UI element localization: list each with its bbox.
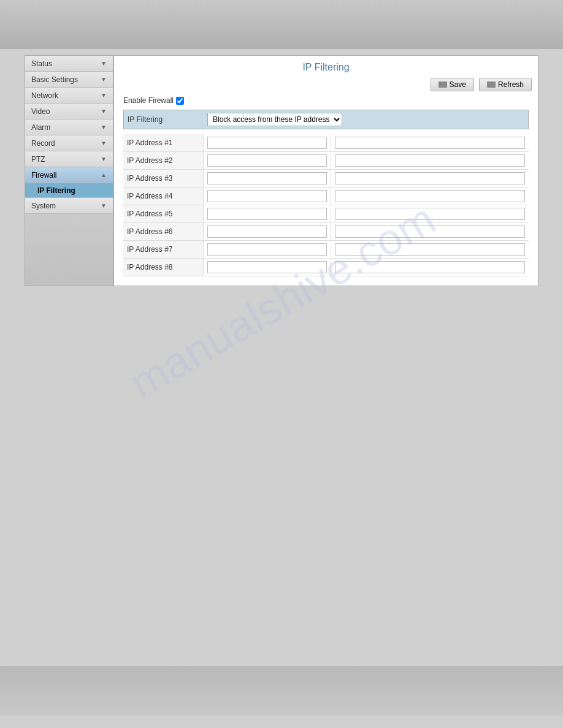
- chevron-right-icon: ▼: [101, 60, 107, 67]
- toolbar: Save Refresh: [114, 78, 538, 96]
- ip-label-2: IP Address #2: [123, 152, 203, 170]
- page-title: IP Filtering: [114, 56, 538, 78]
- filter-row-label: IP Filtering: [128, 115, 207, 124]
- refresh-label: Refresh: [498, 80, 524, 89]
- table-row: IP Address #1: [123, 134, 529, 152]
- chevron-right-icon: ▼: [101, 202, 107, 209]
- ip-label-3: IP Address #3: [123, 170, 203, 188]
- enable-firewall-checkbox[interactable]: [176, 97, 184, 105]
- ip-input-8[interactable]: [207, 261, 327, 273]
- ip-input-1[interactable]: [207, 137, 327, 149]
- ip-input-4[interactable]: [207, 190, 327, 202]
- ip-label-7: IP Address #7: [123, 241, 203, 259]
- refresh-icon: [487, 82, 496, 88]
- sidebar-label-firewall: Firewall: [31, 171, 56, 180]
- chevron-right-icon: ▼: [101, 140, 107, 146]
- table-row: IP Address #5: [123, 205, 529, 223]
- ip-label-8: IP Address #8: [123, 259, 203, 276]
- enable-firewall-row: Enable Firewall: [123, 96, 529, 105]
- sidebar-item-system[interactable]: System ▼: [25, 198, 113, 214]
- sidebar: Status ▼ Basic Settings ▼ Network ▼ Vide…: [25, 55, 113, 286]
- sidebar-label-system: System: [31, 202, 56, 210]
- ip-input-7b[interactable]: [335, 243, 526, 256]
- sidebar-item-alarm[interactable]: Alarm ▼: [25, 119, 113, 135]
- table-row: IP Address #6: [123, 223, 529, 241]
- ip-input-7[interactable]: [207, 243, 327, 256]
- filter-select-wrap: Block access from these IP addresses All…: [207, 113, 342, 126]
- spacer: [0, 286, 563, 715]
- sidebar-item-network[interactable]: Network ▼: [25, 88, 113, 104]
- ip-input-4b[interactable]: [335, 190, 526, 202]
- chevron-right-icon: ▼: [101, 124, 107, 131]
- ip-input-6[interactable]: [207, 226, 327, 238]
- ip-label-6: IP Address #6: [123, 223, 203, 241]
- ip-input-6b[interactable]: [335, 226, 526, 238]
- chevron-right-icon: ▼: [101, 108, 107, 115]
- table-row: IP Address #2: [123, 152, 529, 170]
- filter-type-select[interactable]: Block access from these IP addresses All…: [207, 113, 342, 126]
- chevron-right-icon: ▼: [101, 76, 107, 83]
- sidebar-label-basic-settings: Basic Settings: [31, 75, 78, 84]
- ip-label-1: IP Address #1: [123, 134, 203, 152]
- bottom-bar: [0, 666, 563, 715]
- ip-input-8b[interactable]: [335, 261, 526, 273]
- ip-input-3[interactable]: [207, 172, 327, 184]
- table-row: IP Address #8: [123, 259, 529, 276]
- refresh-button[interactable]: Refresh: [479, 78, 532, 91]
- sidebar-item-status[interactable]: Status ▼: [25, 56, 113, 72]
- panel-body: Enable Firewall IP Filtering Block acces…: [114, 96, 538, 286]
- chevron-right-icon: ▼: [101, 156, 107, 162]
- sidebar-label-record: Record: [31, 139, 55, 148]
- ip-input-1b[interactable]: [335, 137, 526, 149]
- chevron-right-icon: ▼: [101, 92, 107, 99]
- enable-firewall-label: Enable Firewall: [123, 96, 174, 105]
- ip-input-3b[interactable]: [335, 172, 526, 184]
- sidebar-label-network: Network: [31, 91, 58, 100]
- table-row: IP Address #3: [123, 170, 529, 188]
- ip-input-5[interactable]: [207, 208, 327, 220]
- sidebar-label-ptz: PTZ: [31, 155, 45, 164]
- top-bar: [0, 0, 563, 49]
- sidebar-subitem-ip-filtering[interactable]: IP Filtering: [25, 183, 113, 198]
- ip-label-4: IP Address #4: [123, 188, 203, 205]
- sidebar-item-ptz[interactable]: PTZ ▼: [25, 151, 113, 167]
- sidebar-label-status: Status: [31, 59, 52, 68]
- table-row: IP Address #4: [123, 188, 529, 205]
- ip-input-2b[interactable]: [335, 154, 526, 167]
- ip-address-table: IP Address #1 IP Address #2 IP Address #…: [123, 134, 529, 276]
- main-panel: IP Filtering Save Refresh Enable Firewal…: [113, 55, 538, 286]
- save-icon: [439, 82, 447, 88]
- sidebar-sublabel-ip-filtering: IP Filtering: [37, 186, 75, 195]
- sidebar-item-record[interactable]: Record ▼: [25, 135, 113, 151]
- chevron-right-icon: ▲: [101, 172, 107, 178]
- ip-input-5b[interactable]: [335, 208, 526, 220]
- table-row: IP Address #7: [123, 241, 529, 259]
- ip-input-2[interactable]: [207, 154, 327, 167]
- sidebar-label-video: Video: [31, 107, 50, 116]
- ip-label-5: IP Address #5: [123, 205, 203, 223]
- sidebar-item-video[interactable]: Video ▼: [25, 104, 113, 119]
- save-button[interactable]: Save: [431, 78, 474, 91]
- sidebar-label-alarm: Alarm: [31, 123, 50, 132]
- sidebar-item-basic-settings[interactable]: Basic Settings ▼: [25, 72, 113, 88]
- filter-header-row: IP Filtering Block access from these IP …: [123, 110, 529, 129]
- save-label: Save: [450, 80, 466, 89]
- sidebar-item-firewall[interactable]: Firewall ▲: [25, 167, 113, 183]
